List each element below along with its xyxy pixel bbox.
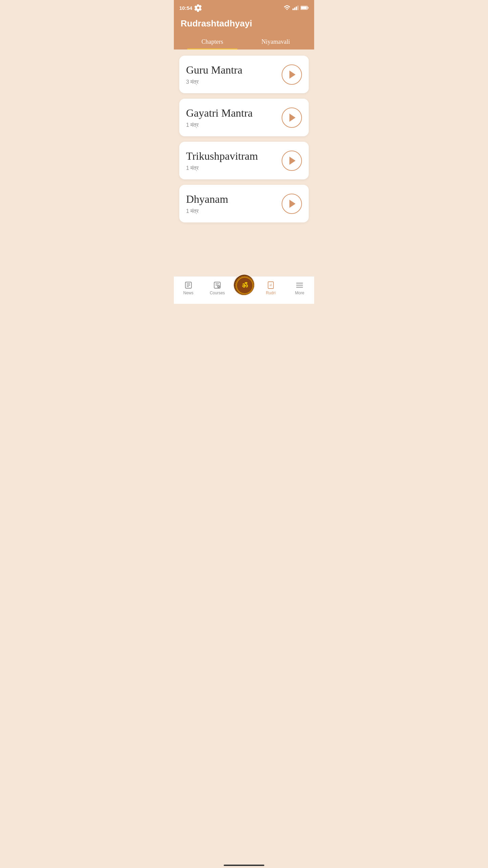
chapter-info-3: Trikushpavitram 1 मंत्र (186, 150, 282, 171)
play-icon-2 (289, 114, 296, 122)
chapter-subtitle-1: 3 मंत्र (186, 79, 282, 85)
play-button-4[interactable] (282, 194, 302, 214)
nav-label-courses: Courses (210, 291, 225, 295)
content-area: Guru Mantra 3 मंत्र Gayatri Mantra 1 मंत… (174, 50, 314, 276)
nav-label-news: News (183, 291, 194, 295)
courses-icon (213, 281, 221, 289)
play-button-1[interactable] (282, 64, 302, 85)
chapter-subtitle-3: 1 मंत्र (186, 165, 282, 171)
home-logo-button[interactable]: ॐ (233, 274, 255, 296)
chapter-subtitle-2: 1 मंत्र (186, 122, 282, 128)
chapter-card-1: Guru Mantra 3 मंत्र (179, 56, 309, 93)
news-icon (184, 281, 192, 289)
chapter-card-4: Dhyanam 1 मंत्र (179, 185, 309, 222)
tab-niyamavali[interactable]: Niyamavali (244, 34, 307, 50)
chapter-title-3: Trikushpavitram (186, 150, 282, 162)
chapter-subtitle-4: 1 मंत्र (186, 208, 282, 214)
chapter-card-2: Gayatri Mantra 1 मंत्र (179, 99, 309, 136)
svg-rect-3 (298, 5, 299, 10)
status-icons (284, 5, 309, 11)
chapter-title-1: Guru Mantra (186, 64, 282, 76)
settings-icon (194, 4, 202, 12)
svg-text:ॐ: ॐ (269, 283, 272, 287)
play-icon-1 (289, 71, 296, 79)
nav-item-more[interactable]: More (285, 280, 314, 297)
svg-rect-6 (308, 7, 309, 8)
app-title: Rudrashtadhyayi (181, 18, 307, 29)
status-time: 10:54 (179, 5, 192, 11)
svg-rect-1 (294, 7, 296, 10)
wifi-icon (284, 5, 290, 11)
play-button-3[interactable] (282, 151, 302, 171)
play-icon-4 (289, 200, 296, 208)
more-icon (296, 281, 304, 289)
nav-label-more: More (295, 291, 304, 295)
chapter-title-2: Gayatri Mantra (186, 107, 282, 119)
header: Rudrashtadhyayi Chapters Niyamavali (174, 15, 314, 50)
nav-item-home[interactable]: ॐ (232, 279, 256, 297)
svg-rect-0 (292, 8, 294, 10)
svg-rect-5 (301, 6, 307, 9)
chapter-card-3: Trikushpavitram 1 मंत्र (179, 142, 309, 179)
play-button-2[interactable] (282, 107, 302, 128)
rudri-icon: ॐ (267, 281, 275, 289)
tabs-container: Chapters Niyamavali (181, 34, 307, 50)
chapter-info-4: Dhyanam 1 मंत्र (186, 193, 282, 214)
signal-icon (292, 5, 299, 11)
svg-rect-2 (296, 6, 297, 10)
chapter-info-1: Guru Mantra 3 मंत्र (186, 64, 282, 85)
bottom-nav: News Courses ॐ (174, 276, 314, 304)
chapter-title-4: Dhyanam (186, 193, 282, 205)
status-bar: 10:54 (174, 0, 314, 15)
nav-item-news[interactable]: News (174, 280, 203, 297)
battery-icon (301, 5, 309, 10)
home-logo-circle: ॐ (234, 275, 255, 296)
chapter-info-2: Gayatri Mantra 1 मंत्र (186, 107, 282, 128)
tab-chapters[interactable]: Chapters (181, 34, 244, 50)
play-icon-3 (289, 157, 296, 165)
svg-text:ॐ: ॐ (242, 281, 248, 289)
nav-item-rudri[interactable]: ॐ Rudri (256, 280, 285, 297)
nav-label-rudri: Rudri (266, 291, 276, 295)
nav-item-courses[interactable]: Courses (203, 280, 232, 297)
